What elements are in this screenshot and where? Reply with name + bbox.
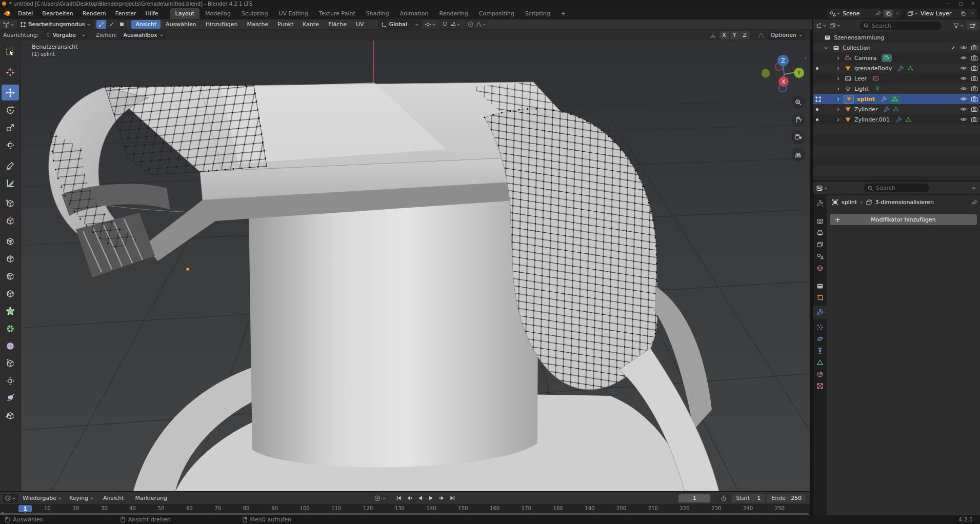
- pin-icon[interactable]: [971, 199, 978, 206]
- workspace-tab[interactable]: Rendering: [434, 8, 473, 19]
- auto-keying-button[interactable]: [374, 495, 386, 502]
- modifier-wrench-icon[interactable]: [898, 65, 904, 71]
- workspace-tab[interactable]: Sculpting: [236, 8, 273, 19]
- menu-item[interactable]: Rendern: [78, 8, 111, 19]
- properties-search-input[interactable]: [864, 184, 929, 192]
- tab-particles[interactable]: [816, 324, 824, 331]
- drag-dropdown[interactable]: Auswahlbox: [121, 31, 167, 39]
- pan-button[interactable]: [791, 113, 805, 127]
- outliner-filter-button[interactable]: [953, 23, 964, 29]
- workspace-tab[interactable]: +: [556, 8, 571, 19]
- expand-icon[interactable]: [836, 66, 841, 71]
- current-frame-marker[interactable]: 1: [18, 505, 32, 512]
- use-preview-range-button[interactable]: [717, 494, 730, 502]
- outliner-search-input[interactable]: [859, 22, 942, 30]
- workspace-tab[interactable]: Scripting: [520, 8, 555, 19]
- viewport-menu-item[interactable]: Punkt: [273, 20, 297, 29]
- tool-shrink-fatten[interactable]: [2, 373, 19, 389]
- hide-eye-icon[interactable]: [960, 95, 967, 103]
- hide-eye-icon[interactable]: [960, 54, 967, 62]
- render-visibility-icon[interactable]: [971, 44, 978, 51]
- modifier-wrench-icon[interactable]: [881, 96, 887, 102]
- menu-item[interactable]: Datei: [13, 8, 37, 19]
- outliner-row-camera[interactable]: Camera: [813, 53, 980, 63]
- tab-tool[interactable]: [816, 199, 824, 207]
- viewport-menu-item[interactable]: UV: [352, 20, 368, 29]
- jump-to-end-button[interactable]: [449, 495, 456, 501]
- tool-loop-cut[interactable]: [2, 268, 19, 284]
- outliner-row-zylinder-001[interactable]: Zylinder.001: [813, 114, 980, 125]
- outliner-row-zylinder[interactable]: Zylinder: [813, 104, 980, 114]
- workspace-tab[interactable]: Modeling: [200, 8, 236, 19]
- tab-material[interactable]: [816, 371, 824, 378]
- hide-eye-icon[interactable]: [960, 85, 967, 92]
- tab-view-layer[interactable]: [816, 241, 824, 248]
- viewport-menu-item[interactable]: Ansicht: [131, 20, 161, 29]
- unlink-scene-icon[interactable]: [895, 11, 900, 16]
- mesh-data-icon[interactable]: [905, 116, 911, 123]
- expand-icon[interactable]: [836, 56, 841, 61]
- tool-transform[interactable]: [2, 137, 19, 153]
- next-keyframe-button[interactable]: [438, 495, 445, 501]
- render-visibility-icon[interactable]: [971, 75, 978, 82]
- tab-object-data[interactable]: [816, 359, 824, 366]
- view-layer-icon[interactable]: [907, 10, 918, 17]
- snap-toggle-button[interactable]: [440, 20, 450, 29]
- view-layer-name[interactable]: View Layer: [921, 10, 956, 17]
- render-visibility-icon[interactable]: [971, 54, 978, 62]
- expand-icon[interactable]: [836, 97, 841, 102]
- light-data-icon[interactable]: [874, 86, 881, 92]
- expand-icon[interactable]: [836, 76, 841, 81]
- modifier-wrench-icon[interactable]: [884, 106, 890, 112]
- tool-select-box[interactable]: [2, 44, 19, 59]
- tab-scene[interactable]: [816, 253, 824, 260]
- mode-dropdown[interactable]: Bearbeitungsmodus: [17, 20, 94, 29]
- properties-options-icon[interactable]: [971, 186, 976, 191]
- workspace-tab[interactable]: Shading: [361, 8, 394, 19]
- proportional-editing-button[interactable]: [466, 20, 475, 29]
- tool-rip-region[interactable]: [2, 408, 19, 424]
- tool-extrude-region[interactable]: [2, 213, 19, 229]
- tab-modifiers[interactable]: [813, 306, 827, 319]
- hide-eye-icon[interactable]: [960, 116, 967, 123]
- tab-output[interactable]: [816, 229, 824, 236]
- image-data-icon[interactable]: [873, 75, 879, 82]
- tab-texture[interactable]: [816, 382, 824, 390]
- tool-rotate[interactable]: [2, 102, 19, 118]
- editor-type-button[interactable]: [3, 21, 14, 28]
- orientation-dropdown[interactable]: Vorgabe: [42, 31, 89, 39]
- hide-eye-icon[interactable]: [960, 106, 967, 113]
- play-reverse-button[interactable]: [417, 495, 424, 501]
- viewport-menu-item[interactable]: Kante: [298, 20, 323, 29]
- hide-eye-icon[interactable]: [960, 44, 967, 51]
- sidebar-collapse-arrow[interactable]: ‹: [805, 55, 807, 61]
- snap-settings-button[interactable]: [450, 20, 460, 29]
- edge-select-button[interactable]: [107, 20, 116, 29]
- pin-icon[interactable]: [875, 10, 882, 16]
- mesh-data-icon[interactable]: [892, 96, 898, 102]
- tool-add-cube[interactable]: [2, 195, 19, 211]
- tab-collection[interactable]: [816, 283, 824, 290]
- axis-toggle-button[interactable]: X: [719, 31, 730, 39]
- menu-item[interactable]: Hilfe: [141, 8, 163, 19]
- transform-orientation-dropdown[interactable]: Global: [378, 20, 422, 29]
- camera-view-button[interactable]: [791, 130, 805, 144]
- tab-object[interactable]: [817, 294, 824, 301]
- camera-data-icon[interactable]: [884, 55, 890, 61]
- pivot-point-button[interactable]: [425, 21, 436, 28]
- new-view-layer-button[interactable]: [958, 10, 968, 17]
- outliner-row-grenadebody[interactable]: grenadeBody: [813, 63, 980, 73]
- timeline-marker-menu[interactable]: Markierung: [131, 493, 172, 504]
- tool-cursor-3d[interactable]: [2, 64, 19, 80]
- toggle-perspective-button[interactable]: [791, 148, 805, 162]
- playback-menu[interactable]: Wiedergabe: [20, 495, 65, 501]
- tool-shear[interactable]: [2, 390, 19, 406]
- tool-smooth[interactable]: [2, 338, 19, 354]
- tool-spin[interactable]: [2, 320, 19, 336]
- close-button[interactable]: ✕: [971, 1, 975, 6]
- tool-annotate[interactable]: [2, 157, 19, 173]
- render-visibility-icon[interactable]: [971, 106, 978, 113]
- face-select-button[interactable]: [117, 20, 127, 29]
- tab-physics[interactable]: [816, 335, 824, 342]
- frame-start-field[interactable]: Start 1: [732, 494, 765, 502]
